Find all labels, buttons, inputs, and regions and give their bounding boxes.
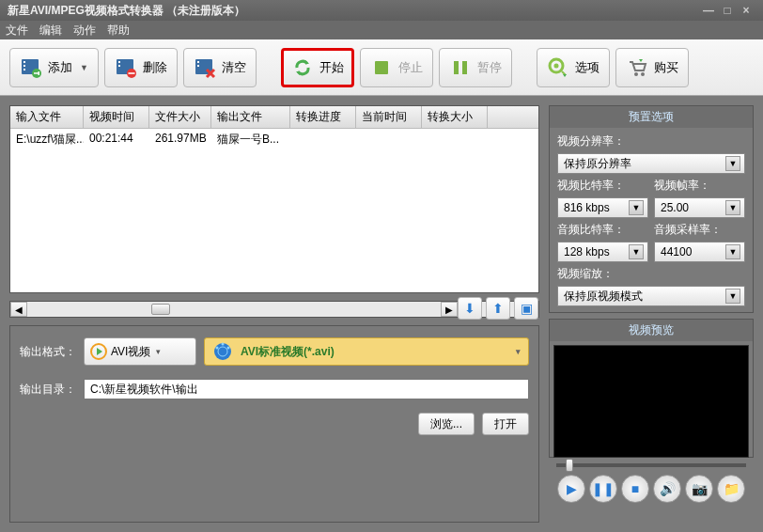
col-time[interactable]: 当前时间	[356, 106, 422, 128]
move-down-button[interactable]: ⬇	[458, 297, 482, 320]
svg-rect-11	[128, 72, 134, 74]
chevron-down-icon: ▼	[725, 200, 740, 215]
stop-icon: ■	[631, 481, 639, 496]
scale-select[interactable]: 保持原视频模式▼	[557, 286, 745, 306]
folder-button[interactable]: ▣	[514, 297, 538, 320]
svg-point-26	[227, 347, 230, 350]
chevron-down-icon: ▼	[725, 156, 740, 171]
pause-icon: ❚❚	[592, 481, 615, 496]
abr-label: 音频比特率：	[557, 223, 625, 236]
output-profile-select[interactable]: AVI标准视频(*.avi) ▾	[204, 337, 529, 366]
menubar: 文件 编辑 动作 帮助	[0, 21, 763, 39]
volume-button[interactable]: 🔊	[653, 475, 681, 503]
film-clear-icon	[194, 56, 216, 79]
scroll-thumb[interactable]	[151, 304, 170, 315]
preview-video	[553, 345, 749, 458]
preview-title: 视频预览	[550, 320, 753, 341]
chevron-down-icon: ▾	[156, 347, 161, 356]
output-panel: 输出格式： AVI视频 ▾ AVI标准视频(*.avi) ▾ 输出目录： 浏	[9, 325, 539, 523]
pause-icon	[449, 56, 472, 79]
samplerate-select[interactable]: 44100▼	[654, 242, 745, 262]
scroll-right-icon[interactable]: ▶	[441, 302, 458, 317]
svg-point-21	[641, 72, 645, 76]
svg-rect-2	[23, 65, 25, 67]
film-add-icon	[20, 56, 42, 79]
film-delete-icon	[115, 56, 137, 79]
add-button[interactable]: 添加▼	[9, 48, 99, 87]
app-title: 新星AVI/MPEG视频格式转换器 （未注册版本）	[8, 3, 245, 19]
maximize-button[interactable]: □	[718, 4, 737, 17]
chevron-down-icon: ▼	[80, 63, 88, 72]
svg-point-19	[553, 63, 558, 68]
slider-knob[interactable]	[566, 459, 573, 472]
browse-button[interactable]: 浏览...	[418, 413, 475, 435]
preset-title: 预置选项	[550, 106, 753, 128]
close-button[interactable]: ×	[737, 4, 755, 17]
chevron-down-icon: ▼	[725, 244, 740, 259]
start-button[interactable]: 开始	[281, 48, 354, 87]
camera-icon: 📷	[692, 481, 708, 496]
svg-rect-3	[23, 69, 25, 70]
scroll-left-icon[interactable]: ◀	[10, 302, 27, 317]
stop-icon	[370, 56, 393, 79]
pause-button[interactable]: 暂停	[439, 48, 512, 87]
col-output[interactable]: 输出文件	[211, 106, 290, 128]
scale-label: 视频缩放：	[557, 266, 745, 282]
sphere-icon	[212, 341, 233, 362]
table-row[interactable]: E:\uzzf\猫屎... 00:21:44 261.97MB 猫屎一号B...	[10, 129, 538, 150]
col-input[interactable]: 输入文件	[10, 106, 84, 128]
file-table: 输入文件 视频时间 文件大小 输出文件 转换进度 当前时间 转换大小 E:\uz…	[9, 105, 539, 293]
play-circle-icon	[90, 343, 107, 360]
svg-rect-8	[118, 61, 120, 63]
options-button[interactable]: 选项	[537, 48, 610, 87]
toolbar: 添加▼ 删除 清空 开始 停止 暂停 选项 购买	[0, 39, 763, 96]
menu-action[interactable]: 动作	[73, 23, 96, 39]
delete-button[interactable]: 删除	[104, 48, 178, 87]
col-duration[interactable]: 视频时间	[84, 106, 149, 128]
svg-rect-17	[462, 61, 467, 74]
output-dir-input[interactable]	[84, 379, 529, 399]
svg-point-20	[634, 72, 638, 76]
vbr-label: 视频比特率：	[557, 179, 625, 192]
folder-icon: ▣	[521, 301, 533, 316]
framerate-select[interactable]: 25.00▼	[654, 197, 745, 218]
video-bitrate-select[interactable]: 816 kbps▼	[557, 197, 648, 218]
buy-button[interactable]: 购买	[615, 48, 689, 87]
svg-rect-15	[375, 61, 388, 74]
open-folder-button[interactable]: 📁	[717, 475, 745, 503]
resolution-select[interactable]: 保持原分辨率▼	[557, 153, 745, 174]
svg-rect-6	[34, 72, 39, 74]
svg-point-25	[216, 347, 219, 350]
svg-point-23	[214, 343, 231, 360]
arrow-down-icon: ⬇	[464, 301, 475, 316]
folder-open-icon: 📁	[724, 481, 740, 496]
svg-point-27	[222, 343, 225, 346]
horizontal-scrollbar[interactable]: ◀ ▶ ⬇ ⬆ ▣	[9, 301, 539, 318]
open-button[interactable]: 打开	[482, 413, 529, 435]
sr-label: 音频采样率：	[654, 223, 722, 236]
svg-rect-16	[454, 61, 459, 74]
chevron-down-icon: ▼	[629, 200, 644, 215]
snapshot-button[interactable]: 📷	[685, 475, 713, 503]
col-size[interactable]: 文件大小	[149, 106, 211, 128]
res-label: 视频分辨率：	[557, 133, 745, 149]
arrow-up-icon: ⬆	[492, 301, 504, 316]
menu-help[interactable]: 帮助	[107, 23, 130, 39]
output-format-select[interactable]: AVI视频 ▾	[84, 337, 196, 366]
fps-label: 视频帧率：	[654, 179, 710, 192]
menu-file[interactable]: 文件	[6, 23, 28, 39]
col-outsize[interactable]: 转换大小	[422, 106, 488, 128]
preview-slider[interactable]	[549, 463, 754, 467]
svg-rect-13	[197, 61, 199, 63]
play-button[interactable]: ▶	[557, 475, 585, 503]
audio-bitrate-select[interactable]: 128 kbps▼	[557, 242, 648, 262]
menu-edit[interactable]: 编辑	[39, 23, 62, 39]
minimize-button[interactable]: —	[699, 4, 718, 17]
stop-preview-button[interactable]: ■	[621, 475, 649, 503]
move-up-button[interactable]: ⬆	[486, 297, 510, 320]
pause-preview-button[interactable]: ❚❚	[589, 475, 617, 503]
clear-button[interactable]: 清空	[183, 48, 257, 87]
stop-button[interactable]: 停止	[360, 48, 433, 87]
preview-panel: 视频预览	[549, 319, 754, 458]
col-progress[interactable]: 转换进度	[290, 106, 356, 128]
